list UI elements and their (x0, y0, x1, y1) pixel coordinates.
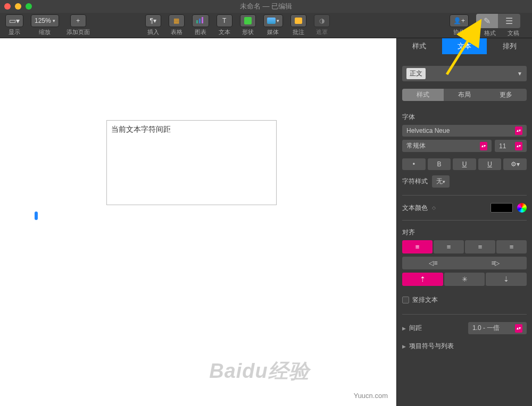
tab-text[interactable]: 文本 (442, 38, 487, 54)
table-label: 表格 (171, 28, 182, 36)
valign-top-icon: ⇡ (420, 275, 426, 283)
zoom-label: 缩放 (39, 28, 51, 36)
stepper-arrows-icon: ▴▾ (515, 126, 522, 135)
bullets-label: 项目符号与列表 (409, 342, 454, 351)
insert-label: 插入 (147, 28, 159, 36)
vertical-text-checkbox[interactable] (402, 297, 409, 303)
table-icon: ▦ (173, 17, 179, 24)
chart-icon (196, 16, 205, 26)
window-titlebar: 未命名 — 已编辑 (0, 0, 532, 13)
spacing-label: 间距 (409, 324, 422, 333)
valign-bottom-icon: ⇣ (503, 275, 509, 283)
paragraph-style-value: 正文 (406, 68, 426, 79)
triangle-right-icon: ▶ (402, 326, 406, 331)
shape-button[interactable] (240, 14, 256, 27)
strikethrough-button[interactable]: U (478, 158, 502, 170)
paragraph-style-dropdown[interactable]: 正文 ▼ (402, 66, 527, 81)
document-inspector-button[interactable]: ☰ (498, 14, 520, 28)
text-subtabs: 样式 布局 更多 (402, 89, 527, 101)
advanced-options-button[interactable]: ⚙▾ (503, 158, 527, 170)
spacing-select[interactable]: 1.0 - 一倍 ▴▾ (468, 322, 527, 334)
align-justify-icon: ≡ (510, 243, 514, 251)
tab-arrange[interactable]: 排列 (487, 38, 532, 54)
zoom-window-button[interactable] (26, 3, 32, 10)
font-family-select[interactable]: Helvetica Neue ▴▾ (402, 125, 527, 137)
align-left-button[interactable]: ≡ (402, 240, 433, 253)
paragraph-icon: ¶▾ (149, 17, 156, 24)
chart-button[interactable] (192, 14, 209, 27)
svg-rect-2 (202, 17, 203, 23)
comments-button[interactable] (290, 14, 306, 27)
align-right-icon: ≡ (478, 243, 483, 251)
stepper-arrows-icon: ▴▾ (515, 142, 522, 150)
text-color-button[interactable]: • (402, 158, 426, 170)
text-icon: T (222, 17, 226, 24)
close-window-button[interactable] (4, 3, 11, 10)
align-justify-button[interactable]: ≡ (496, 240, 527, 253)
media-button[interactable]: ▾ (263, 14, 283, 27)
format-inspector-button[interactable]: ✎ (476, 14, 498, 28)
bullet-icon: • (413, 160, 415, 168)
main-toolbar: ▭▾ 显示 125%▾ 缩放 + 添加页面 ¶▾ 插入 ▦ 表格 图表 T 文本… (0, 13, 532, 38)
font-size-stepper[interactable]: 11 ▴▾ (495, 140, 527, 152)
text-label: 文本 (219, 28, 230, 36)
text-button[interactable]: T (217, 14, 232, 27)
add-page-button[interactable]: + (70, 14, 86, 27)
table-button[interactable]: ▦ (169, 14, 185, 27)
minimize-window-button[interactable] (15, 3, 21, 10)
subtab-more[interactable]: 更多 (485, 89, 527, 101)
document-canvas[interactable]: 当前文本字符间距 Baidu经验 Yuucn.com (0, 38, 396, 406)
traffic-lights (4, 3, 32, 10)
color-wheel-button[interactable] (517, 203, 527, 213)
bullets-disclosure[interactable]: ▶ 项目符号与列表 (402, 342, 527, 351)
format-label: 格式 (484, 29, 496, 37)
comments-label: 批注 (293, 28, 304, 36)
subtab-layout[interactable]: 布局 (444, 89, 485, 101)
char-style-select[interactable]: 无 ▾ (432, 175, 450, 188)
brush-icon: ✎ (484, 16, 491, 26)
valign-top-button[interactable]: ⇡ (402, 273, 443, 286)
decrease-indent-button[interactable]: ◁≡ (402, 257, 464, 269)
tab-style[interactable]: 样式 (397, 38, 442, 54)
chevron-down-icon: ▾ (53, 18, 55, 23)
text-box[interactable]: 当前文本字符间距 (106, 120, 277, 205)
textbox-content: 当前文本字符间距 (111, 125, 171, 133)
collab-label: 协作 (453, 28, 465, 36)
shape-label: 形状 (242, 28, 254, 36)
text-color-label: 文本颜色 (402, 204, 428, 213)
chevron-down-icon: ◇ (432, 205, 436, 210)
plus-icon: + (76, 17, 80, 24)
valign-middle-button[interactable]: ✳ (444, 273, 485, 286)
subtab-style[interactable]: 样式 (402, 89, 444, 101)
chevron-down-icon: ▾ (443, 179, 445, 184)
align-center-button[interactable]: ≡ (434, 240, 464, 253)
collab-button[interactable]: 👤+ (450, 14, 469, 27)
align-center-icon: ≡ (447, 243, 451, 251)
view-icon: ▭▾ (9, 16, 20, 25)
zoom-dropdown[interactable]: 125%▾ (31, 14, 59, 27)
spacing-disclosure[interactable]: ▶ 间距 1.0 - 一倍 ▴▾ (402, 322, 527, 334)
stepper-arrows-icon: ▴▾ (515, 324, 522, 333)
insert-button[interactable]: ¶▾ (145, 14, 161, 27)
chart-label: 图表 (195, 28, 206, 36)
media-icon (267, 18, 276, 24)
doc-label: 文稿 (508, 29, 519, 37)
underline-button[interactable]: U (453, 158, 476, 170)
font-weight-select[interactable]: 常规体 ▴▾ (402, 140, 492, 152)
bold-button[interactable]: B (428, 158, 451, 170)
chevron-down-icon: ▼ (517, 71, 522, 77)
inspector-toggle: ✎ ☰ (476, 14, 520, 28)
stepper-arrows-icon: ▴▾ (480, 142, 487, 150)
triangle-right-icon: ▶ (402, 344, 406, 349)
vertical-text-label: 竖排文本 (412, 295, 438, 304)
text-color-swatch[interactable] (491, 203, 513, 213)
indent-icon: ≡▷ (491, 259, 500, 267)
add-page-label: 添加页面 (66, 28, 90, 36)
increase-indent-button[interactable]: ≡▷ (464, 257, 527, 269)
mask-button: ◑ (314, 14, 330, 27)
outdent-icon: ◁≡ (429, 259, 437, 267)
svg-rect-0 (196, 20, 198, 23)
view-menu-button[interactable]: ▭▾ (5, 14, 23, 27)
valign-bottom-button[interactable]: ⇣ (486, 273, 527, 286)
align-right-button[interactable]: ≡ (465, 240, 495, 253)
